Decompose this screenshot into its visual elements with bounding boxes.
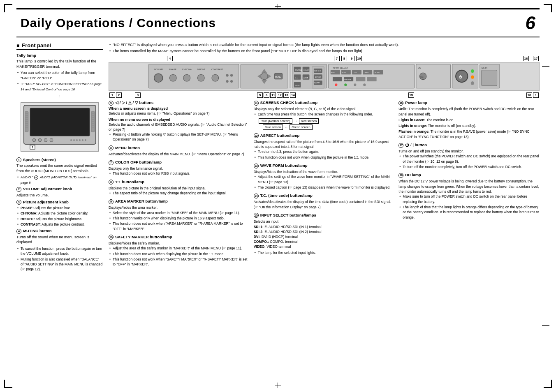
desc-item-15: 15 INPUT SELECT buttons/lamps Selects an… bbox=[254, 213, 395, 255]
corner-mark-bl bbox=[4, 380, 12, 388]
desc-col-2: 11 SCREENS CHECK button/lamp Displays on… bbox=[254, 100, 395, 270]
desc-17-text: Turns on and off (on standby) the monito… bbox=[398, 149, 540, 154]
input-sdi1: SDI 1: E. AUDIO HD/SD SDI (IN 1) termina… bbox=[254, 225, 395, 230]
desc-15-bullet: The lamp for the selected input lights. bbox=[254, 250, 395, 255]
svg-text:SAFE: SAFE bbox=[295, 85, 300, 87]
svg-text:VIDEO: VIDEO bbox=[374, 71, 380, 74]
desc-11-text: Displays only the selected element (R, G… bbox=[254, 106, 395, 111]
desc-13-b2: The closed caption (☞ page 13) disappear… bbox=[254, 185, 395, 190]
desc-12-b2: This function does not work when display… bbox=[254, 155, 395, 160]
desc-16-green: Lights in Green: The monitor is on. bbox=[398, 118, 540, 122]
svg-point-39 bbox=[169, 74, 176, 81]
desc-7-bullet: This function does not work for RGB inpu… bbox=[109, 171, 250, 176]
svg-text:1:1: 1:1 bbox=[295, 77, 298, 79]
desc-5-sub2: When no menu screen is displayed bbox=[109, 118, 250, 122]
center-top-mark bbox=[275, 3, 281, 10]
desc-17-b2: To turn off the monitor completely, turn… bbox=[398, 164, 540, 169]
item-4-bullet-2: Muting function is also canceled when "B… bbox=[16, 257, 103, 272]
svg-text:CHROMA: CHROMA bbox=[182, 68, 192, 71]
desc-item-16: 16 Power lamp Unlit: The monitor is comp… bbox=[398, 100, 540, 139]
input-dvi: DVI: DVI-D (HDCP) terminal bbox=[254, 235, 395, 240]
desc-9-b1: Select the style of the area marker in "… bbox=[109, 210, 250, 215]
item-4: 4 MUTING button Turns off the sound when… bbox=[16, 228, 103, 272]
desc-item-5: 5 ◁ / ▷ / △ / ▽ buttons When a menu scre… bbox=[109, 100, 250, 142]
desc-col-1: 5 ◁ / ▷ / △ / ▽ buttons When a menu scre… bbox=[109, 100, 250, 270]
desc-8-bullet: The aspect ratio of the picture may chan… bbox=[109, 191, 250, 196]
svg-point-45 bbox=[226, 80, 228, 83]
svg-text:DC: DC bbox=[418, 67, 421, 69]
input-video: VIDEO: VIDEO terminal bbox=[254, 244, 395, 249]
svg-text:SDI 1: SDI 1 bbox=[331, 71, 336, 74]
desc-10-b1: Adjust the area of the safety marker in … bbox=[109, 246, 250, 251]
svg-point-24 bbox=[70, 139, 72, 141]
left-column: Front panel Tally lamp This lamp is cont… bbox=[16, 42, 103, 272]
svg-rect-91 bbox=[367, 77, 377, 81]
desc-18-b1: Make sure to turn off the POWER switch a… bbox=[398, 194, 540, 204]
desc-16-flash: Flashes in orange: The monitor is in the… bbox=[398, 129, 540, 139]
desc-10-text: Displays/hides the safety marker. bbox=[109, 241, 250, 246]
svg-text:VOLUME: VOLUME bbox=[154, 68, 164, 71]
desc-columns: 5 ◁ / ▷ / △ / ▽ buttons When a menu scre… bbox=[109, 100, 540, 270]
svg-rect-55 bbox=[290, 64, 290, 88]
svg-point-20 bbox=[32, 138, 36, 142]
svg-text:ASPECT: ASPECT bbox=[315, 76, 321, 78]
item-3-phase: PHASE: Adjusts the picture hue. bbox=[16, 205, 103, 210]
input-sdi2: SDI 2: E. AUDIO HD/SD SDI (IN 2) termina… bbox=[254, 230, 395, 235]
item-2-title: VOLUME adjustment knob bbox=[23, 187, 72, 191]
svg-text:MUTING: MUTING bbox=[295, 69, 302, 71]
svg-point-43 bbox=[226, 74, 228, 76]
desc-5-text1: Selects or adjusts menu items. (☞ "Menu … bbox=[109, 111, 250, 116]
svg-text:PHASE: PHASE bbox=[169, 68, 176, 71]
svg-point-92 bbox=[335, 83, 337, 86]
svg-text:COLOR: COLOR bbox=[303, 69, 310, 71]
page-number: 6 bbox=[526, 13, 535, 33]
svg-point-40 bbox=[183, 74, 190, 81]
item-2-text: Adjusts the volume. bbox=[16, 193, 103, 198]
item-3-contrast: CONTRAST: Adjusts the picture contrast. bbox=[16, 222, 103, 227]
item-3-bright: BRIGHT: Adjusts the picture brightness. bbox=[16, 217, 103, 221]
right-column: "NO EFFECT" is displayed when you press … bbox=[109, 42, 540, 272]
desc-6-text: Activates/deactivates the display of the… bbox=[109, 152, 250, 157]
desc-item-12: 12 ASPECT button/lamp Changes the aspect… bbox=[254, 133, 395, 160]
svg-rect-1 bbox=[30, 108, 90, 136]
svg-point-27 bbox=[79, 139, 81, 141]
svg-point-105 bbox=[471, 81, 474, 85]
desc-col-3: 16 Power lamp Unlit: The monitor is comp… bbox=[398, 100, 540, 270]
desc-9-b3: This function does not work when "AREA M… bbox=[109, 221, 250, 231]
svg-text:DC: DC bbox=[420, 76, 424, 78]
item-3: 3 Picture adjustment knob PHASE: Adjusts… bbox=[16, 200, 103, 227]
right-mark-bottom bbox=[542, 325, 549, 326]
svg-text:T.C.: T.C. bbox=[334, 78, 336, 81]
tally-bullet-1: You can select the color of the tally la… bbox=[16, 70, 103, 81]
svg-point-93 bbox=[344, 83, 347, 86]
desc-10-b3: This function does not work when "SAFETY… bbox=[109, 257, 250, 267]
center-bottom-mark bbox=[275, 382, 281, 389]
svg-point-28 bbox=[82, 139, 83, 141]
svg-point-95 bbox=[363, 83, 366, 86]
svg-point-104 bbox=[471, 76, 474, 79]
svg-text:AREA: AREA bbox=[303, 77, 308, 79]
item-1: 1 Speakers (stereo) The speakers emit th… bbox=[16, 157, 103, 185]
tally-lamp-title: Tally lamp bbox=[16, 53, 103, 58]
item-3-title: Picture adjustment knob bbox=[23, 200, 69, 204]
desc-5-sub1: When a menu screen is displayed bbox=[109, 106, 250, 111]
top-note-2: The items controlled by the MAKE system … bbox=[109, 48, 540, 54]
svg-text:MENU: MENU bbox=[275, 76, 282, 78]
desc-5-bullet: Pressing ◁ button while holding ▽ button… bbox=[109, 132, 250, 142]
svg-point-103 bbox=[471, 69, 474, 73]
top-notes: "NO EFFECT" is displayed when you press … bbox=[109, 42, 540, 53]
input-compo: COMPO.: COMPO. terminal bbox=[254, 240, 395, 244]
item-1-bullet: AUDIO " 5 AUDIO (MONITOR OUT) terminals"… bbox=[16, 175, 103, 185]
item-4-text: Turns off the sound when no menu screen … bbox=[16, 235, 103, 245]
page-title: Daily Operations / Connections bbox=[21, 16, 216, 30]
svg-point-44 bbox=[230, 74, 233, 76]
arrow-up: ↑ bbox=[59, 95, 60, 98]
desc-item-6: 6 MENU button Activates/deactivates the … bbox=[109, 145, 250, 157]
svg-point-46 bbox=[230, 80, 233, 83]
right-mark-top bbox=[542, 66, 549, 67]
desc-item-7: 7 COLOR OFF button/lamp Displays only th… bbox=[109, 160, 250, 176]
svg-text:WAVFM: WAVFM bbox=[314, 82, 320, 84]
svg-point-26 bbox=[76, 139, 78, 141]
tally-bullet-2: ☞ "TALLY SELECT" in "FUNCTION SETTING" o… bbox=[16, 81, 103, 92]
svg-text:CONTRAST: CONTRAST bbox=[211, 68, 224, 71]
